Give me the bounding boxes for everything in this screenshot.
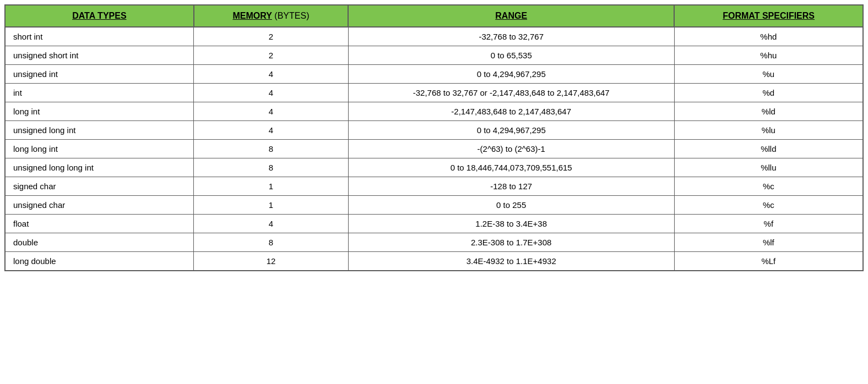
cell-memory: 8 [194, 158, 348, 177]
table-row: unsigned long long int80 to 18,446,744,0… [5, 158, 863, 177]
cell-memory: 8 [194, 140, 348, 158]
cell-memory: 4 [194, 102, 348, 121]
cell-datatype: float [5, 215, 194, 233]
cell-format: %c [674, 177, 863, 196]
cell-range: 0 to 4,294,967,295 [348, 65, 674, 84]
cell-range: -2,147,483,648 to 2,147,483,647 [348, 102, 674, 121]
cell-format: %hu [674, 46, 863, 65]
cell-format: %d [674, 84, 863, 102]
cell-range: 1.2E-38 to 3.4E+38 [348, 215, 674, 233]
cell-memory: 4 [194, 215, 348, 233]
cell-range: -128 to 127 [348, 177, 674, 196]
cell-datatype: unsigned long int [5, 121, 194, 140]
cell-format: %ld [674, 102, 863, 121]
cell-format: %f [674, 215, 863, 233]
cell-datatype: unsigned char [5, 196, 194, 215]
header-datatype: DATA TYPES [5, 5, 194, 27]
cell-memory: 4 [194, 121, 348, 140]
cell-datatype: double [5, 233, 194, 252]
header-range-label: RANGE [495, 11, 527, 20]
table-row: double82.3E-308 to 1.7E+308%lf [5, 233, 863, 252]
cell-format: %lu [674, 121, 863, 140]
cell-datatype: short int [5, 27, 194, 46]
data-types-table-wrapper: DATA TYPES MEMORY (BYTES) RANGE FORMAT S… [4, 4, 864, 271]
cell-memory: 4 [194, 84, 348, 102]
table-row: long long int8-(2^63) to (2^63)-1%lld [5, 140, 863, 158]
header-format-label: FORMAT SPECIFIERS [723, 11, 815, 20]
table-row: float41.2E-38 to 3.4E+38%f [5, 215, 863, 233]
cell-datatype: int [5, 84, 194, 102]
cell-memory: 1 [194, 177, 348, 196]
cell-memory: 4 [194, 65, 348, 84]
cell-format: %lld [674, 140, 863, 158]
cell-range: 0 to 65,535 [348, 46, 674, 65]
table-row: long int4-2,147,483,648 to 2,147,483,647… [5, 102, 863, 121]
table-row: short int2-32,768 to 32,767%hd [5, 27, 863, 46]
table-row: unsigned char10 to 255%c [5, 196, 863, 215]
cell-datatype: unsigned long long int [5, 158, 194, 177]
data-types-table: DATA TYPES MEMORY (BYTES) RANGE FORMAT S… [4, 4, 864, 271]
cell-range: 0 to 18,446,744,073,709,551,615 [348, 158, 674, 177]
cell-format: %c [674, 196, 863, 215]
cell-format: %llu [674, 158, 863, 177]
table-header-row: DATA TYPES MEMORY (BYTES) RANGE FORMAT S… [5, 5, 863, 27]
cell-memory: 1 [194, 196, 348, 215]
cell-format: %hd [674, 27, 863, 46]
cell-format: %Lf [674, 252, 863, 271]
cell-range: 3.4E-4932 to 1.1E+4932 [348, 252, 674, 271]
cell-datatype: long int [5, 102, 194, 121]
cell-memory: 2 [194, 27, 348, 46]
header-memory-label-normal: (BYTES) [272, 11, 310, 20]
cell-range: 0 to 4,294,967,295 [348, 121, 674, 140]
table-row: unsigned int40 to 4,294,967,295%u [5, 65, 863, 84]
cell-memory: 2 [194, 46, 348, 65]
cell-format: %u [674, 65, 863, 84]
cell-datatype: long long int [5, 140, 194, 158]
cell-datatype: signed char [5, 177, 194, 196]
cell-format: %lf [674, 233, 863, 252]
header-memory-label-bold: MEMORY [232, 11, 272, 20]
header-datatype-label: DATA TYPES [72, 11, 126, 20]
header-range: RANGE [348, 5, 674, 27]
cell-range: -32,768 to 32,767 [348, 27, 674, 46]
table-row: unsigned short int20 to 65,535%hu [5, 46, 863, 65]
cell-range: 2.3E-308 to 1.7E+308 [348, 233, 674, 252]
header-memory: MEMORY (BYTES) [194, 5, 348, 27]
table-body: short int2-32,768 to 32,767%hdunsigned s… [5, 27, 863, 271]
table-row: unsigned long int40 to 4,294,967,295%lu [5, 121, 863, 140]
cell-range: -(2^63) to (2^63)-1 [348, 140, 674, 158]
cell-memory: 8 [194, 233, 348, 252]
cell-range: -32,768 to 32,767 or -2,147,483,648 to 2… [348, 84, 674, 102]
cell-memory: 12 [194, 252, 348, 271]
table-row: int4-32,768 to 32,767 or -2,147,483,648 … [5, 84, 863, 102]
table-row: long double123.4E-4932 to 1.1E+4932%Lf [5, 252, 863, 271]
cell-datatype: unsigned int [5, 65, 194, 84]
header-format: FORMAT SPECIFIERS [674, 5, 863, 27]
cell-datatype: unsigned short int [5, 46, 194, 65]
cell-datatype: long double [5, 252, 194, 271]
table-row: signed char1-128 to 127%c [5, 177, 863, 196]
cell-range: 0 to 255 [348, 196, 674, 215]
